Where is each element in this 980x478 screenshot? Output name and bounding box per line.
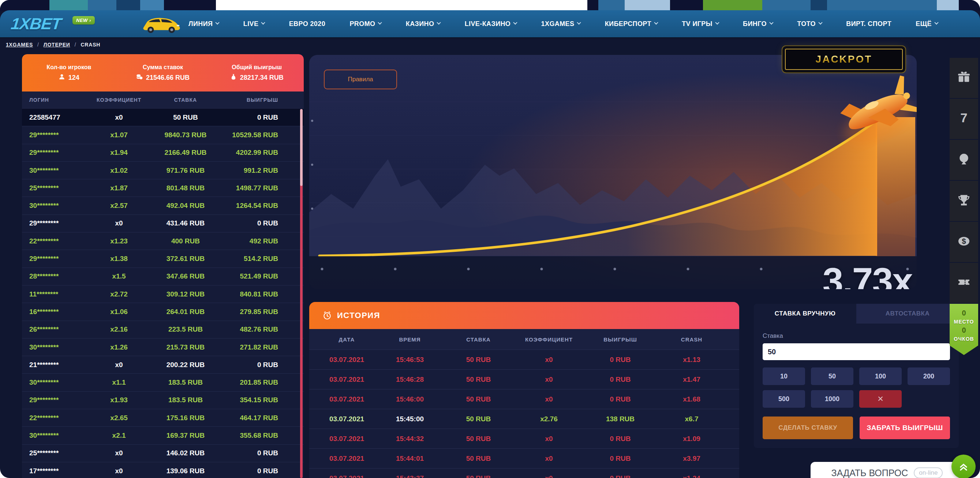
nav-item-8[interactable]: TV ИГРЫ xyxy=(682,20,719,28)
player-stake: 183.5 RUB xyxy=(151,396,220,404)
place-bet-button[interactable]: СДЕЛАТЬ СТАВКУ xyxy=(763,416,853,439)
nav-item-2[interactable]: ЕВРО 2020 xyxy=(289,20,325,28)
player-win: 0 RUB xyxy=(220,449,278,457)
player-coef: x1.5 xyxy=(87,272,151,280)
history-date: 03.07.2021 xyxy=(318,435,375,443)
player-row: 17******** x0 139.06 RUB 0 RUB xyxy=(22,462,304,478)
nav-item-label: ЕВРО 2020 xyxy=(289,20,325,28)
history-win: 0 RUB xyxy=(585,395,655,403)
nav-item-3[interactable]: PROMO xyxy=(350,20,381,28)
quick-amount-200[interactable]: 200 xyxy=(908,368,950,385)
chevron-down-icon xyxy=(261,21,265,24)
player-coef: x1.94 xyxy=(87,148,151,157)
stat-value: 21546.66 RUB xyxy=(146,74,189,81)
player-login: 16******** xyxy=(29,308,87,316)
nav-item-7[interactable]: КИБЕРСПОРТ xyxy=(605,20,658,28)
history-win: 0 RUB xyxy=(585,356,655,364)
current-multiplier: 3.73x xyxy=(822,260,912,289)
quick-amount-10[interactable]: 10 xyxy=(763,368,805,385)
ask-question-widget[interactable]: ЗАДАТЬ ВОПРОС on-line xyxy=(811,462,964,478)
nav-item-4[interactable]: КАЗИНО xyxy=(406,20,441,28)
tab-manual-bet[interactable]: СТАВКА ВРУЧНУЮ xyxy=(754,304,856,323)
player-win: 482.76 RUB xyxy=(220,325,278,333)
breadcrumb-item-0[interactable]: 1XGAMES xyxy=(6,42,33,48)
quick-amount-50[interactable]: 50 xyxy=(811,368,853,385)
scrollbar-thumb[interactable] xyxy=(300,109,303,186)
nav-item-1[interactable]: LIVE xyxy=(243,20,265,28)
player-win: 355.68 RUB xyxy=(220,432,278,440)
player-coef: x1.07 xyxy=(87,131,151,139)
nav-item-10[interactable]: ТОТО xyxy=(797,20,822,28)
player-stake: 146.02 RUB xyxy=(151,449,220,457)
svg-text:$: $ xyxy=(962,237,966,245)
quick-amount-1000[interactable]: 1000 xyxy=(811,390,853,408)
scroll-top-button[interactable] xyxy=(951,454,975,478)
cash-out-button[interactable]: ЗАБРАТЬ ВЫИГРЫШ xyxy=(860,416,950,439)
history-row: 03.07.2021 15:46:00 50 RUB x0 0 RUB x1.6… xyxy=(309,389,739,409)
players-scrollbar[interactable] xyxy=(300,109,303,478)
player-coef: x0 xyxy=(87,361,151,369)
player-login: 29******** xyxy=(29,255,87,263)
history-table-header: ДАТАВРЕМЯСТАВКАКОЭФФИЦИЕНТВЫИГРЫШCRASH xyxy=(309,329,739,349)
players-col-1: КОЭФФИЦИЕНТ xyxy=(87,97,151,103)
history-coef: x0 xyxy=(512,454,585,463)
stake-input[interactable] xyxy=(763,343,950,360)
history-col-2: СТАВКА xyxy=(445,336,512,343)
player-coef: x1.87 xyxy=(87,184,151,192)
nav-item-6[interactable]: 1XGAMES xyxy=(541,20,581,28)
history-row: 03.07.2021 15:44:32 50 RUB x0 0 RUB x1.0… xyxy=(309,429,739,448)
player-stake: 139.06 RUB xyxy=(151,467,220,475)
breadcrumb: 1XGAMES/ЛОТЕРЕИ/CRASH xyxy=(6,38,100,51)
rail-item-ticket[interactable] xyxy=(950,263,978,303)
history-header: ИСТОРИЯ xyxy=(309,302,739,329)
nav-item-label: LIVE xyxy=(243,20,259,28)
car-promo-icon[interactable] xyxy=(140,13,182,34)
history-stake: 50 RUB xyxy=(445,415,512,423)
tab-auto-bet[interactable]: АВТОСТАВКА xyxy=(856,304,959,323)
rank-points-label: ОЧКОВ xyxy=(954,336,974,342)
player-row: 16******** x1.06 264.01 RUB 279.85 RUB xyxy=(22,303,304,320)
nav-item-12[interactable]: ЕЩЁ xyxy=(916,20,938,28)
nav-item-11[interactable]: ВИРТ. СПОРТ xyxy=(846,20,891,28)
quick-amount-500[interactable]: 500 xyxy=(763,390,805,408)
nav-item-5[interactable]: LIVE-КАЗИНО xyxy=(465,20,517,28)
history-col-5: CRASH xyxy=(655,336,728,343)
player-login: 22585477 xyxy=(29,113,87,121)
player-coef: x2.16 xyxy=(87,325,151,333)
nav-item-label: PROMO xyxy=(350,20,375,28)
rank-badge[interactable]: 0 МЕСТО 0 ОЧКОВ xyxy=(950,304,978,346)
quick-amount-100[interactable]: 100 xyxy=(859,368,902,385)
rail-item-fortune-wheel[interactable] xyxy=(950,140,978,180)
nav-menu: ЛИНИЯLIVEЕВРО 2020PROMOКАЗИНОLIVE-КАЗИНО… xyxy=(188,10,938,37)
chevron-down-icon xyxy=(378,21,382,24)
history-date: 03.07.2021 xyxy=(318,395,375,403)
history-coef: x0 xyxy=(512,474,585,478)
rail-item-dollar[interactable]: $ xyxy=(950,222,978,262)
player-row: 29******** x1.38 372.61 RUB 514.2 RUB xyxy=(22,250,304,267)
nav-item-0[interactable]: ЛИНИЯ xyxy=(188,20,219,28)
players-stats-header: Кол-во игроков124Сумма ставок21546.66 RU… xyxy=(22,54,304,91)
player-row: 30******** x2.57 492.04 RUB 1264.54 RUB xyxy=(22,196,304,214)
player-win: 0 RUB xyxy=(220,219,278,227)
clear-stake-button[interactable]: ✕ xyxy=(859,390,902,408)
player-stake: 801.48 RUB xyxy=(151,184,220,192)
player-stake: 175.16 RUB xyxy=(151,414,220,422)
breadcrumb-separator: / xyxy=(75,42,76,48)
coins-icon xyxy=(136,73,143,82)
player-win: 1264.54 RUB xyxy=(220,202,278,210)
history-time: 15:43:37 xyxy=(375,474,445,478)
player-row: 26******** x2.16 223.5 RUB 482.76 RUB xyxy=(22,320,304,338)
nav-item-9[interactable]: БИНГО xyxy=(743,20,773,28)
stat-1: Сумма ставок21546.66 RUB xyxy=(116,64,210,82)
rules-button[interactable]: Правила xyxy=(324,70,397,89)
breadcrumb-item-1[interactable]: ЛОТЕРЕИ xyxy=(43,42,70,48)
history-row: 03.07.2021 15:45:00 50 RUB x2.76 138 RUB… xyxy=(309,409,739,429)
player-row: 21******** x0 200.22 RUB 0 RUB xyxy=(22,356,304,373)
rail-item-trophy[interactable] xyxy=(950,181,978,221)
player-login: 29******** xyxy=(29,219,87,227)
rail-item-gift[interactable] xyxy=(950,58,978,98)
player-stake: 492.04 RUB xyxy=(151,202,220,210)
rail-item-lucky-seven[interactable]: 7 xyxy=(950,99,978,139)
player-win: 0 RUB xyxy=(220,113,278,121)
brand-logo[interactable]: 1XBET xyxy=(10,14,62,33)
